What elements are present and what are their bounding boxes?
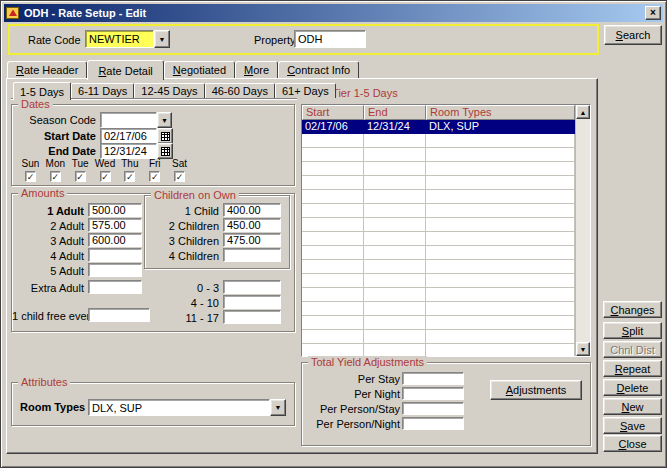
start-date-calendar-button[interactable]: [157, 128, 173, 144]
grid-row-empty[interactable]: [302, 176, 575, 190]
age-4-10-input[interactable]: [223, 295, 281, 309]
grid-row-empty[interactable]: [302, 218, 575, 232]
tab-contract-info[interactable]: Contract Info: [278, 61, 359, 78]
chevron-down-icon: ▼: [580, 346, 587, 353]
per-person-stay-label: Per Person/Stay: [304, 403, 400, 415]
grid-cell-empty: [302, 274, 364, 288]
per-person-night-input[interactable]: [402, 417, 464, 430]
grid-row-empty[interactable]: [302, 246, 575, 260]
per-person-night-label: Per Person/Night: [304, 418, 400, 430]
weekday-checkbox-mon[interactable]: ✓: [50, 171, 61, 182]
adult-5-label: 5 Adult: [14, 265, 84, 277]
child-1-input[interactable]: [223, 203, 281, 217]
grid-scrollbar[interactable]: ▲ ▼: [575, 105, 590, 356]
adult-4-input[interactable]: [88, 248, 142, 262]
changes-button[interactable]: Changes: [603, 301, 662, 318]
child-free-input[interactable]: [88, 308, 150, 322]
search-button[interactable]: Search: [604, 25, 662, 45]
title-bar[interactable]: ODH - Rate Setup - Edit ×: [4, 4, 663, 22]
grid-row-empty[interactable]: [302, 330, 575, 344]
grid-header-start[interactable]: Start: [302, 105, 364, 120]
adult-2-input[interactable]: [88, 218, 142, 232]
weekday-checkbox-fri[interactable]: ✓: [149, 171, 160, 182]
age-11-17-input[interactable]: [223, 310, 281, 324]
yield-group-label: Total Yield Adjustments: [308, 356, 427, 369]
season-code-dropdown-button[interactable]: ▼: [157, 112, 172, 128]
child-free-label: 1 child free every: [12, 310, 86, 322]
season-code-input[interactable]: [100, 112, 157, 128]
weekday-checkbox-sat[interactable]: ✓: [174, 171, 185, 182]
grid-header-room-types[interactable]: Room Types: [426, 105, 575, 120]
rate-header-panel: Rate Code ▼ Property: [8, 24, 599, 55]
calendar-icon: [161, 132, 170, 141]
scroll-up-button[interactable]: ▲: [576, 105, 590, 119]
grid-row-empty[interactable]: [302, 288, 575, 302]
tab-more[interactable]: More: [235, 61, 278, 78]
adjustments-button[interactable]: Adjustments: [490, 380, 582, 400]
scrollbar-track[interactable]: [576, 119, 590, 342]
adult-3-input[interactable]: [88, 233, 142, 247]
grid-row-empty[interactable]: [302, 302, 575, 316]
grid-header-end[interactable]: End: [364, 105, 426, 120]
property-input[interactable]: [294, 30, 366, 48]
grid-row-empty[interactable]: [302, 204, 575, 218]
adult-1-input[interactable]: [88, 203, 142, 217]
child-4-input[interactable]: [223, 248, 281, 262]
rate-code-dropdown-button[interactable]: ▼: [154, 30, 170, 48]
day-tab-61plus[interactable]: 61+ Days: [275, 83, 336, 98]
grid-row-empty[interactable]: [302, 260, 575, 274]
grid-cell-empty: [426, 204, 575, 218]
per-night-input[interactable]: [402, 387, 464, 400]
per-person-stay-input[interactable]: [402, 402, 464, 415]
tab-rate-header[interactable]: Rate Header: [7, 61, 87, 78]
grid-row-empty[interactable]: [302, 162, 575, 176]
weekday-checkbox-tue[interactable]: ✓: [75, 171, 86, 182]
day-tab-6-11[interactable]: 6-11 Days: [71, 83, 134, 98]
close-icon[interactable]: ×: [645, 6, 661, 20]
day-tab-46-60[interactable]: 46-60 Days: [205, 83, 275, 98]
per-stay-input[interactable]: [402, 372, 464, 385]
room-types-input[interactable]: [88, 399, 270, 416]
weekday-checkbox-sun[interactable]: ✓: [25, 171, 36, 182]
grid-cell-start: 02/17/06: [302, 120, 364, 134]
split-button[interactable]: Split: [603, 322, 662, 339]
day-tab-12-45[interactable]: 12-45 Days: [134, 83, 204, 98]
children-group-label: Children on Own: [151, 189, 239, 202]
grid-row-empty[interactable]: [302, 134, 575, 148]
weekday-label: Thu: [121, 158, 138, 169]
scroll-down-button[interactable]: ▼: [576, 342, 590, 356]
extra-adult-input[interactable]: [88, 280, 142, 294]
delete-button[interactable]: Delete: [603, 379, 662, 396]
weekday-checkbox-wed[interactable]: ✓: [100, 171, 111, 182]
grid-cell-empty: [302, 246, 364, 260]
close-action-button[interactable]: Close: [603, 435, 662, 452]
adult-5-input[interactable]: [88, 263, 142, 277]
day-tab-1-5[interactable]: 1-5 Days: [13, 82, 71, 100]
grid-empty-rows: [302, 134, 575, 357]
repeat-button[interactable]: Repeat: [603, 360, 662, 377]
child-2-label: 2 Children: [147, 220, 219, 232]
room-types-dropdown-button[interactable]: ▼: [270, 399, 286, 416]
weekday-mon: Mon ✓: [43, 157, 68, 182]
grid-cell-empty: [302, 204, 364, 218]
end-date-label: End Date: [12, 145, 96, 157]
child-3-input[interactable]: [223, 233, 281, 247]
grid-row-selected[interactable]: 02/17/06 12/31/24 DLX, SUP: [302, 120, 575, 134]
new-button[interactable]: New: [603, 398, 662, 415]
rate-code-input[interactable]: [85, 30, 154, 48]
grid-cell-empty: [426, 176, 575, 190]
start-date-input[interactable]: [100, 128, 157, 144]
grid-row-empty[interactable]: [302, 232, 575, 246]
save-button[interactable]: Save: [603, 417, 662, 434]
tab-negotiated[interactable]: Negotiated: [164, 61, 235, 78]
age-0-3-input[interactable]: [223, 280, 281, 294]
grid-row-empty[interactable]: [302, 316, 575, 330]
grid-row-empty[interactable]: [302, 148, 575, 162]
grid-row-empty[interactable]: [302, 274, 575, 288]
grid-row-empty[interactable]: [302, 190, 575, 204]
check-icon: ✓: [76, 172, 84, 182]
tab-rate-detail[interactable]: Rate Detail: [87, 60, 163, 80]
weekday-checkbox-thu[interactable]: ✓: [124, 171, 135, 182]
adult-4-label: 4 Adult: [14, 250, 84, 262]
child-2-input[interactable]: [223, 218, 281, 232]
